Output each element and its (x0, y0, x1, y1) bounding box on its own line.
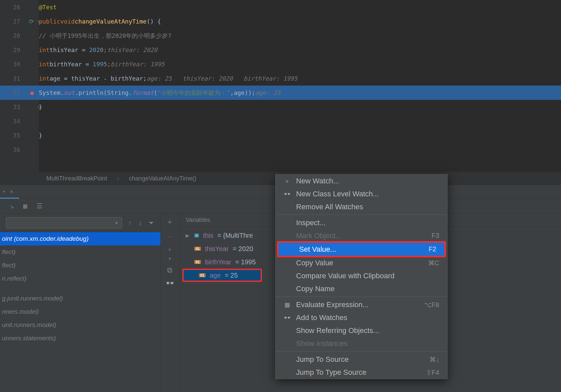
code-text: // 小明于1995年出生，那2020年的小明多少岁? (39, 32, 171, 40)
code-text: public (39, 18, 60, 25)
breadcrumb-item[interactable]: changeValueAtAnyTime() (129, 175, 196, 182)
fold-icon[interactable]: ⊟ (38, 104, 40, 110)
frame-row[interactable]: flect) (0, 259, 160, 272)
menu-add-watches[interactable]: 👓Add to Watches (276, 311, 447, 324)
breakpoint-icon[interactable]: ● (30, 89, 34, 96)
frame-row[interactable]: nners.model) (0, 305, 160, 318)
frames-header: ↑ ↓ ⏷ (0, 214, 160, 232)
code-text: format (132, 89, 154, 96)
menu-new-watch[interactable]: ＋New Watch... (276, 174, 447, 187)
menu-separator (276, 296, 447, 297)
code-text: void (60, 18, 75, 25)
line-number: 27 (13, 18, 20, 25)
line-number: 31 (13, 75, 20, 82)
frame-row[interactable]: unners.statements) (0, 332, 160, 345)
next-frame-icon[interactable]: ↓ (138, 219, 143, 227)
code-text: } (39, 132, 42, 139)
copy-icon[interactable]: ⧉ (167, 266, 172, 274)
menu-set-value[interactable]: Set Value...F2 (279, 243, 444, 256)
code-text: "小明今年的实际年龄为：" (157, 89, 230, 97)
variable-name: age (210, 272, 220, 279)
gutter: 26 27 ⟳ ⊟ 28 29 30 31 32 ● 33 ⊟ 34 35 36 (0, 0, 39, 172)
line-number: 34 (13, 118, 20, 125)
line-number: 32 (13, 89, 20, 96)
code-text: () { (147, 18, 161, 25)
prev-frame-icon[interactable]: ↑ (128, 219, 132, 227)
inline-hint: age: 25 thisYear: 2020 birthYear: 1995 (147, 75, 297, 82)
menu-separator (276, 215, 447, 215)
line-number: 36 (13, 146, 20, 153)
frame-row[interactable]: n.reflect) (0, 272, 160, 285)
breadcrumb-item[interactable]: MultiThreadBreakPoint (46, 175, 107, 182)
menu-mark-object[interactable]: Mark Object...F3 (276, 229, 447, 242)
menu-inspect[interactable]: Inspect... (276, 216, 447, 229)
code-editor[interactable]: 26 27 ⟳ ⊟ 28 29 30 31 32 ● 33 ⊟ 34 35 36… (0, 0, 561, 172)
run-gutter-icon[interactable]: ⟳ (29, 18, 34, 25)
line-number: 33 (13, 103, 20, 110)
plus-icon: ＋ (283, 177, 291, 185)
step-into-icon[interactable]: ↘ (10, 202, 14, 210)
code-text: ,age)); (230, 89, 255, 96)
variable-name: birthYear (205, 258, 231, 266)
variable-row-age[interactable]: 01 age = 25 (182, 269, 262, 282)
line-number: 30 (13, 61, 20, 68)
code-text: System. (39, 89, 64, 96)
line-number: 29 (13, 46, 20, 53)
variable-value: = 1995 (235, 258, 256, 266)
variable-name: thisYear (205, 245, 229, 253)
variable-name: this (203, 232, 213, 239)
line-number: 35 (13, 132, 20, 139)
code-text: int (39, 75, 50, 82)
code-text: changeValueAtAnyTime (75, 18, 147, 25)
code-text: int (39, 61, 50, 68)
frame-row[interactable]: oint (com.xm.coder.ideadebug) (0, 232, 160, 245)
menu-separator (276, 351, 447, 352)
code-text: ( (154, 89, 157, 96)
breadcrumb-separator-icon: › (117, 175, 119, 182)
tab-close-icon[interactable]: × (10, 188, 13, 195)
remove-watch-icon[interactable]: － (166, 231, 173, 241)
menu-remove-all[interactable]: Remove All Watches (276, 200, 447, 213)
code-text: birthYear = (50, 61, 93, 68)
frame-row[interactable]: g.junit.runners.model) (0, 292, 160, 305)
frames-list[interactable]: oint (com.xm.coder.ideadebug) flect) fle… (0, 232, 160, 345)
glasses-icon[interactable]: 👓 (165, 279, 174, 287)
type-badge-icon: 01 (199, 273, 206, 277)
menu-new-class-watch[interactable]: 👓New Class Level Watch... (276, 187, 447, 200)
menu-copy-value[interactable]: Copy Value⌘C (276, 256, 447, 269)
frame-row[interactable]: unit.runners.model) (0, 318, 160, 332)
move-up-icon[interactable]: ▲ (168, 246, 171, 251)
calculator-icon: ▦ (283, 301, 291, 308)
menu-copy-name[interactable]: Copy Name (276, 282, 447, 295)
type-badge-icon: 01 (194, 260, 201, 264)
code-area[interactable]: @Test public void changeValueAtAnyTime()… (39, 0, 561, 172)
new-watch-icon[interactable]: ＋ (166, 217, 173, 227)
active-tab-underline (0, 198, 19, 199)
menu-show-instances[interactable]: Show Instances (276, 337, 447, 350)
context-menu[interactable]: ＋New Watch... 👓New Class Level Watch... … (275, 174, 448, 379)
code-text: int (39, 46, 50, 53)
menu-compare-clipboard[interactable]: Compare Value with Clipboard (276, 269, 447, 282)
code-text: ; (107, 61, 111, 68)
frame-row[interactable]: flect) (0, 245, 160, 259)
inline-hint: birthYear: 1995 (111, 61, 165, 68)
filter-icon[interactable]: ⏷ (149, 219, 155, 226)
move-down-icon[interactable]: ▼ (168, 256, 171, 261)
menu-jump-type-source[interactable]: Jump To Type Source⇧F4 (276, 366, 447, 379)
expand-icon[interactable]: ▶ (186, 233, 190, 238)
menu-jump-source[interactable]: Jump To Source⌘↓ (276, 353, 447, 366)
variable-value: = 2020 (233, 245, 253, 253)
variable-value: = {MultiThre (218, 232, 253, 239)
code-text: .println(String. (75, 89, 132, 96)
menu-show-referring[interactable]: Show Referring Objects... (276, 324, 447, 337)
menu-evaluate[interactable]: ▦Evaluate Expression...⌥F8 (276, 298, 447, 311)
fold-icon[interactable]: ⊟ (38, 19, 40, 24)
glasses-icon: 👓 (283, 190, 291, 198)
settings-icon[interactable]: ☰ (36, 202, 42, 210)
frames-pane: ↑ ↓ ⏷ oint (com.xm.coder.ideadebug) flec… (0, 214, 161, 392)
tab-pin-icon[interactable]: • (3, 189, 5, 194)
thread-selector[interactable] (6, 217, 122, 229)
type-badge-icon: 01 (194, 247, 201, 251)
code-text: out (64, 89, 75, 96)
calculator-icon[interactable]: ▦ (23, 202, 27, 210)
